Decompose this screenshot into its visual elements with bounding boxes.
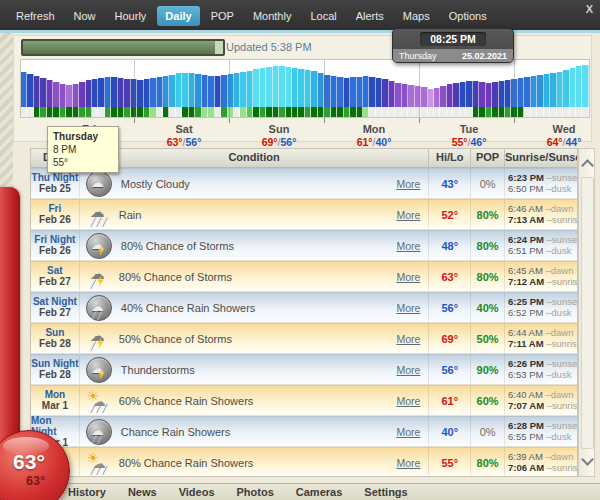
condition-text: 40% Chance Rain Showers bbox=[121, 302, 256, 314]
more-link[interactable]: More bbox=[396, 209, 420, 221]
row-day: Fri bbox=[49, 203, 62, 214]
row-day: Mon bbox=[45, 389, 66, 400]
more-link[interactable]: More bbox=[396, 178, 420, 190]
temperature-bars bbox=[21, 60, 589, 107]
table-row: Sun Feb 28 50% Chance of Storms More 69°… bbox=[31, 323, 577, 354]
precip-cell bbox=[582, 107, 588, 117]
night-storm-icon bbox=[86, 357, 112, 383]
pop-value: 80% bbox=[471, 231, 505, 260]
table-row: Sat Night Feb 27 40% Chance Rain Showers… bbox=[31, 292, 577, 323]
menu-item-monthly[interactable]: Monthly bbox=[245, 6, 300, 26]
temperature-ribbon bbox=[0, 187, 20, 453]
hi-lo-value: 56° bbox=[429, 355, 471, 384]
axis-day-label: Sat63°/56° bbox=[139, 123, 229, 148]
hi-lo-value: 56° bbox=[429, 293, 471, 322]
hi-lo-value: 40° bbox=[429, 417, 471, 446]
axis-day-label: Mon61°/40° bbox=[329, 123, 419, 148]
tooltip-day: Thursday bbox=[53, 130, 113, 143]
precipitation-strip bbox=[21, 107, 589, 117]
more-link[interactable]: More bbox=[396, 240, 420, 252]
row-day: Thu Night bbox=[32, 172, 79, 183]
footer-link-settings[interactable]: Settings bbox=[364, 486, 407, 498]
more-link[interactable]: More bbox=[396, 395, 420, 407]
row-day: Sun bbox=[45, 327, 64, 338]
row-day: Sun Night bbox=[31, 358, 78, 369]
pop-value: 50% bbox=[471, 324, 505, 353]
table-row: Fri Feb 26 Rain More 52° 80% 6:46 AM –da… bbox=[31, 199, 577, 230]
axis-tick bbox=[419, 118, 420, 123]
pop-value: 90% bbox=[471, 355, 505, 384]
footer-link-videos[interactable]: Videos bbox=[179, 486, 215, 498]
menu-item-pop[interactable]: POP bbox=[203, 6, 242, 26]
pop-value: 0% bbox=[471, 417, 505, 446]
hi-lo-value: 43° bbox=[429, 169, 471, 198]
menu-item-daily[interactable]: Daily bbox=[157, 6, 199, 26]
tooltip-temp: 55° bbox=[53, 156, 113, 169]
more-link[interactable]: More bbox=[396, 364, 420, 376]
row-date: Feb 26 bbox=[39, 214, 71, 226]
tooltip-hour: 8 PM bbox=[53, 143, 113, 156]
menu-item-local[interactable]: Local bbox=[302, 6, 344, 26]
row-date: Feb 26 bbox=[39, 245, 71, 257]
menu-bar: RefreshNowHourlyDailyPOPMonthlyLocalAler… bbox=[0, 0, 600, 30]
hi-lo-value: 52° bbox=[429, 200, 471, 229]
day-gridline bbox=[324, 60, 325, 117]
more-link[interactable]: More bbox=[396, 333, 420, 345]
forecast-table: Date Condition Hi/Lo POP Sunrise/Sunset … bbox=[30, 148, 578, 477]
night-rain-icon bbox=[86, 419, 112, 445]
more-link[interactable]: More bbox=[396, 457, 420, 469]
pop-value: 80% bbox=[471, 448, 505, 477]
current-temp-value: 63° bbox=[0, 450, 58, 474]
more-link[interactable]: More bbox=[396, 271, 420, 283]
close-button[interactable]: X bbox=[586, 3, 593, 15]
header-pop: POP bbox=[471, 149, 505, 167]
hi-lo-value: 63° bbox=[429, 262, 471, 291]
table-row: Sat Feb 27 80% Chance of Storms More 63°… bbox=[31, 261, 577, 292]
hover-tooltip: Thursday 8 PM 55° bbox=[47, 126, 119, 173]
scroll-down-icon[interactable] bbox=[581, 453, 594, 466]
condition-text: 80% Chance of Storms bbox=[121, 240, 234, 252]
scroll-up-icon[interactable] bbox=[581, 159, 594, 172]
axis-tick bbox=[324, 118, 325, 123]
row-day: Fri Night bbox=[34, 234, 75, 245]
footer-link-cameras[interactable]: Cameras bbox=[296, 486, 342, 498]
scrollbar-thumb[interactable] bbox=[581, 177, 594, 449]
menu-item-options[interactable]: Options bbox=[441, 6, 495, 26]
more-link[interactable]: More bbox=[396, 302, 420, 314]
pop-value: 60% bbox=[471, 386, 505, 415]
row-date: Feb 28 bbox=[39, 369, 71, 381]
table-scrollbar[interactable] bbox=[578, 148, 595, 477]
menu-item-now[interactable]: Now bbox=[66, 6, 104, 26]
row-date: Feb 27 bbox=[39, 276, 71, 288]
pop-value: 0% bbox=[471, 169, 505, 198]
axis-tick bbox=[229, 118, 230, 123]
footer-link-news[interactable]: News bbox=[128, 486, 157, 498]
sun-rain-icon bbox=[86, 389, 110, 413]
storm-icon bbox=[86, 265, 110, 289]
axis-day-label: Wed64°/44° bbox=[519, 123, 600, 148]
menu-item-hourly[interactable]: Hourly bbox=[107, 6, 155, 26]
day-gridline bbox=[229, 60, 230, 117]
row-day: Sat Night bbox=[33, 296, 77, 307]
footer-link-history[interactable]: History bbox=[68, 486, 106, 498]
row-date: Mar 1 bbox=[42, 400, 68, 412]
condition-text: 60% Chance Rain Showers bbox=[119, 395, 254, 407]
axis-tick bbox=[134, 118, 135, 123]
axis-day-label: Tue55°/46° bbox=[424, 123, 514, 148]
condition-text: Chance Rain Showers bbox=[121, 426, 230, 438]
menu-item-alerts[interactable]: Alerts bbox=[348, 6, 392, 26]
footer-link-photos[interactable]: Photos bbox=[237, 486, 274, 498]
storm-icon bbox=[86, 327, 110, 351]
temp-bar bbox=[582, 65, 588, 107]
row-date: Feb 27 bbox=[39, 307, 71, 319]
row-date: Feb 25 bbox=[39, 183, 71, 195]
more-link[interactable]: More bbox=[396, 426, 420, 438]
tooltip-date: 25.02.2021 bbox=[462, 51, 507, 61]
header-condition: Condition bbox=[80, 149, 430, 167]
hi-lo-value: 61° bbox=[429, 386, 471, 415]
menu-item-maps[interactable]: Maps bbox=[395, 6, 438, 26]
table-row: Sun Night Feb 28 Thunderstorms More 56° … bbox=[31, 354, 577, 385]
menu-item-refresh[interactable]: Refresh bbox=[8, 6, 63, 26]
table-row: Mon Night Mar 1 Chance Rain Showers More… bbox=[31, 416, 577, 447]
status-progress-bar bbox=[21, 39, 225, 56]
